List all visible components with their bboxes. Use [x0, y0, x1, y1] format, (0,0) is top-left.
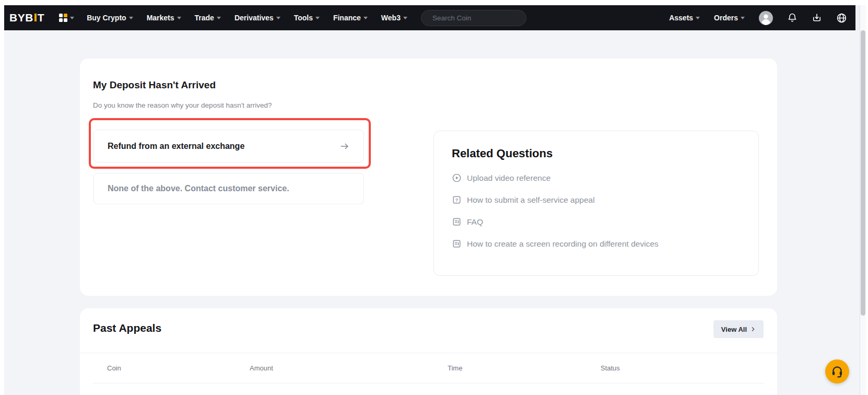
screenshot-frame: BYB T Buy Crypto Markets Trade [0, 0, 868, 395]
grid-cell [59, 18, 63, 22]
chevron-down-icon [363, 17, 368, 19]
nav-item-orders[interactable]: Orders [714, 14, 745, 22]
chevron-down-icon [696, 17, 700, 19]
nav-item-assets[interactable]: Assets [669, 14, 700, 22]
related-link-self-service-appeal[interactable]: ? How to submit a self-service appeal [452, 195, 741, 205]
option-refund-external-exchange[interactable]: Refund from an external exchange [93, 130, 364, 162]
nav-item-label: Markets [147, 14, 174, 22]
related-link-label: How to create a screen recording on diff… [467, 239, 659, 249]
option-label: Refund from an external exchange [108, 142, 244, 151]
appeals-table-header: Coin Amount Time Status [80, 358, 777, 379]
related-questions-list: Upload video reference ? How to submit a… [452, 173, 741, 249]
bell-icon [787, 13, 797, 23]
nav-item-trade[interactable]: Trade [195, 14, 221, 22]
grid-cell [64, 18, 67, 22]
option-contact-customer-service[interactable]: None of the above. Contact customer serv… [93, 173, 364, 204]
nav-item-label: Buy Crypto [87, 14, 126, 22]
video-play-icon [452, 173, 462, 183]
nav-item-label: Derivatives [234, 14, 274, 22]
chevron-down-icon [403, 17, 407, 19]
option-label: None of the above. Contact customer serv… [108, 184, 289, 193]
chevron-down-icon [129, 17, 133, 19]
nav-item-label: Finance [333, 14, 361, 22]
related-questions-panel: Related Questions Upload video reference… [433, 131, 759, 276]
svg-text:?: ? [455, 197, 458, 203]
chevron-right-icon [750, 327, 756, 332]
related-link-label: FAQ [467, 217, 483, 227]
article-icon [452, 239, 462, 249]
customer-support-button[interactable] [825, 359, 849, 384]
nav-item-derivatives[interactable]: Derivatives [234, 14, 280, 22]
article-icon [452, 217, 462, 227]
top-navbar: BYB T Buy Crypto Markets Trade [4, 5, 855, 30]
chevron-down-icon [217, 17, 221, 19]
view-all-button[interactable]: View All [713, 320, 764, 338]
table-header-divider [93, 383, 764, 384]
logo-orange-i [34, 14, 37, 21]
nav-item-web3[interactable]: Web3 [381, 14, 407, 22]
question-doc-icon: ? [452, 195, 462, 205]
avatar[interactable] [759, 11, 773, 25]
grid-cell [59, 14, 63, 17]
chevron-down-icon [276, 17, 280, 19]
nav-item-label: Web3 [381, 14, 401, 22]
apps-grid-icon[interactable] [59, 14, 74, 22]
deposit-card: My Deposit Hasn't Arrived Do you know th… [80, 59, 777, 296]
chevron-down-icon [741, 17, 745, 19]
grid-cells [59, 14, 67, 22]
related-link-label: Upload video reference [467, 173, 550, 183]
nav-item-label: Trade [195, 14, 214, 22]
user-avatar-icon [759, 11, 773, 25]
chevron-down-icon [70, 17, 74, 19]
column-header-amount: Amount [250, 364, 273, 372]
past-appeals-title: Past Appeals [93, 322, 161, 334]
nav-item-buy-crypto[interactable]: Buy Crypto [87, 14, 133, 22]
download-icon [812, 13, 822, 23]
language-button[interactable] [836, 13, 847, 24]
scrollbar-thumb[interactable] [861, 30, 865, 316]
nav-item-finance[interactable]: Finance [333, 14, 368, 22]
past-appeals-card: Past Appeals View All Coin Amount Time S… [80, 308, 777, 395]
notifications-button[interactable] [787, 13, 797, 23]
logo-text-prefix: BYB [9, 11, 33, 24]
chevron-down-icon [177, 17, 181, 19]
column-header-status: Status [601, 364, 620, 372]
nav-item-label: Tools [294, 14, 313, 22]
nav-item-markets[interactable]: Markets [147, 14, 181, 22]
related-link-label: How to submit a self-service appeal [467, 195, 595, 205]
headset-icon [830, 365, 844, 378]
nav-right-gap [855, 5, 860, 30]
search-input[interactable] [432, 14, 525, 22]
logo-text-suffix: T [38, 11, 44, 24]
download-button[interactable] [812, 13, 822, 23]
view-all-label: View All [721, 326, 747, 333]
arrow-right-icon [339, 141, 350, 152]
nav-item-tools[interactable]: Tools [294, 14, 320, 22]
column-header-coin: Coin [107, 364, 121, 372]
nav-item-label: Assets [669, 14, 693, 22]
bybit-logo[interactable]: BYB T [9, 11, 44, 24]
related-link-faq[interactable]: FAQ [452, 217, 741, 227]
coin-search-box[interactable] [421, 10, 526, 26]
nav-item-label: Orders [714, 14, 738, 22]
page-subtitle: Do you know the reason why your deposit … [93, 101, 272, 109]
globe-icon [836, 13, 847, 24]
related-link-upload-video[interactable]: Upload video reference [452, 173, 741, 183]
grid-cell-orange [64, 14, 67, 17]
related-link-screen-recording[interactable]: How to create a screen recording on diff… [452, 239, 741, 249]
related-questions-title: Related Questions [452, 147, 741, 160]
chevron-down-icon [315, 17, 320, 19]
nav-right-group: Assets Orders [669, 11, 847, 25]
column-header-time: Time [448, 364, 462, 372]
section-divider [80, 353, 777, 353]
nav-menu: Buy Crypto Markets Trade Derivatives Too… [87, 14, 407, 22]
page-title: My Deposit Hasn't Arrived [93, 79, 216, 91]
